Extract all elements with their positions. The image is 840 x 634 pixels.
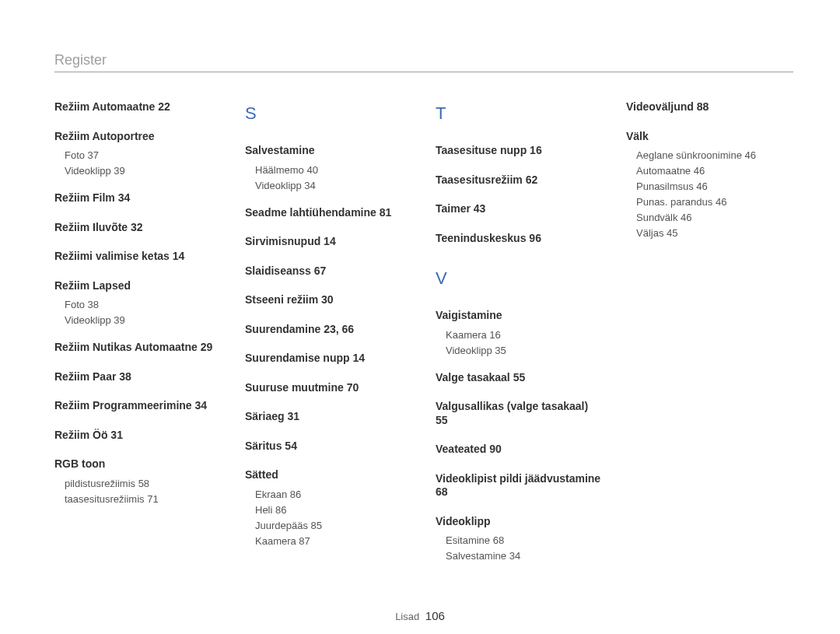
page-number: 106	[425, 609, 445, 622]
entry: Sätted	[245, 468, 412, 482]
subentry: Automaatne 46	[626, 166, 793, 176]
entry: Vaigistamine	[436, 309, 603, 323]
subentry: Ekraan 86	[245, 489, 412, 499]
entry: RGB toon	[54, 457, 222, 471]
entry: Suurendamine 23, 66	[245, 323, 412, 337]
subentry: pildistusrežiimis 58	[54, 478, 222, 489]
subentry: Videoklipp 39	[54, 166, 222, 176]
entry: Videoklipist pildi jäädvustamine 68	[436, 472, 603, 499]
letter-heading-t: T	[436, 105, 603, 122]
entry: Režiim Autoportree	[54, 130, 222, 144]
index-columns: Režiim Automaatne 22 Režiim Autoportree …	[54, 100, 793, 576]
entry: Slaidiseanss 67	[245, 264, 412, 278]
entry: Veateated 90	[436, 443, 603, 457]
entry: Režiim Iluvõte 32	[54, 221, 222, 235]
entry: Režiim Nutikas Automaatne 29	[54, 341, 222, 355]
column-3: T Taasesituse nupp 16 Taasesitusrežiim 6…	[436, 100, 603, 576]
subentry: Salvestamine 34	[436, 551, 603, 561]
subentry: Väljas 45	[626, 228, 793, 238]
entry: Suuruse muutmine 70	[245, 381, 412, 395]
column-4: Videoväljund 88 Välk Aeglane sünkroonimi…	[626, 100, 793, 576]
subentry: Videoklipp 34	[245, 180, 412, 191]
subentry: Kaamera 16	[436, 330, 603, 340]
entry: Säritus 54	[245, 440, 412, 454]
entry: Režiim Programmeerimine 34	[54, 399, 222, 413]
entry: Säriaeg 31	[245, 410, 412, 424]
entry: Valgusallikas (valge tasakaal) 55	[436, 400, 603, 427]
subentry: Kaamera 87	[245, 536, 412, 546]
subentry: taasesitusrežiimis 71	[54, 494, 222, 504]
letter-heading-s: S	[245, 105, 412, 122]
subentry: Videoklipp 39	[54, 315, 222, 325]
entry: Režiimi valimise ketas 14	[54, 250, 222, 264]
subentry: Videoklipp 35	[436, 345, 603, 356]
entry: Taimer 43	[436, 202, 603, 216]
subentry: Sundvälk 46	[626, 212, 793, 222]
letter-heading-v: V	[436, 270, 603, 287]
entry: Salvestamine	[245, 144, 412, 158]
entry: Stseeni režiim 30	[245, 293, 412, 307]
entry: Välk	[626, 130, 793, 144]
entry: Režiim Film 34	[54, 191, 222, 205]
subentry: Foto 37	[54, 150, 222, 160]
subentry: Aeglane sünkroonimine 46	[626, 150, 793, 160]
footer: Lisad 106	[0, 610, 840, 622]
page-title: Register	[54, 53, 793, 72]
entry: Seadme lahtiühendamine 81	[245, 206, 412, 220]
subentry: Foto 38	[54, 299, 222, 310]
entry: Videoväljund 88	[626, 100, 793, 114]
entry: Režiim Paar 38	[54, 370, 222, 384]
footer-label: Lisad	[395, 611, 419, 622]
entry: Taasesituse nupp 16	[436, 144, 603, 158]
subentry: Punasilmsus 46	[626, 181, 793, 191]
subentry: Punas. parandus 46	[626, 197, 793, 207]
entry: Sirvimisnupud 14	[245, 235, 412, 249]
subentry: Heli 86	[245, 505, 412, 515]
entry: Taasesitusrežiim 62	[436, 173, 603, 187]
column-2: S Salvestamine Häälmemo 40 Videoklipp 34…	[245, 100, 412, 576]
subentry: Häälmemo 40	[245, 165, 412, 175]
entry: Valge tasakaal 55	[436, 371, 603, 385]
entry: Režiim Lapsed	[54, 279, 222, 293]
subentry: Juurdepääs 85	[245, 520, 412, 531]
subentry: Esitamine 68	[436, 535, 603, 545]
entry: Režiim Öö 31	[54, 429, 222, 443]
entry: Videoklipp	[436, 515, 603, 529]
entry: Režiim Automaatne 22	[54, 100, 222, 114]
entry: Suurendamise nupp 14	[245, 352, 412, 366]
entry: Teeninduskeskus 96	[436, 232, 603, 246]
column-1: Režiim Automaatne 22 Režiim Autoportree …	[54, 100, 222, 576]
